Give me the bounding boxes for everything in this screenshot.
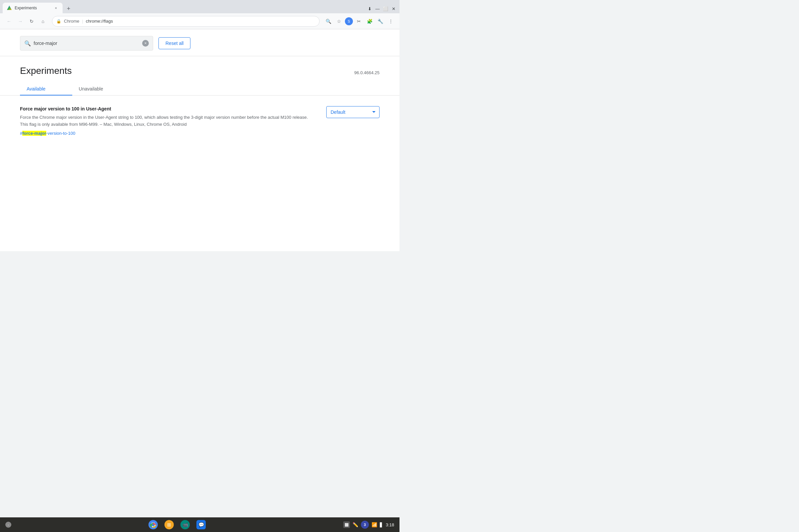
flag-control: Default Enabled Disabled bbox=[326, 106, 379, 118]
tab-close-button[interactable]: × bbox=[53, 5, 59, 11]
minimize-button[interactable]: — bbox=[374, 5, 381, 12]
profile-button[interactable]: S bbox=[345, 17, 353, 25]
search-area: 🔍 × Reset all bbox=[0, 29, 400, 56]
refresh-button[interactable]: ↻ bbox=[26, 16, 37, 26]
active-tab[interactable]: Experiments × bbox=[3, 3, 62, 13]
window-controls: ⬇ — ⬜ ✕ bbox=[366, 5, 397, 13]
flag-link[interactable]: #force-major-version-to-100 bbox=[20, 131, 75, 136]
search-clear-button[interactable]: × bbox=[142, 40, 149, 46]
scissors-icon: ✂ bbox=[354, 17, 364, 26]
address-favicon: 🔒 bbox=[56, 19, 61, 24]
back-button[interactable]: ← bbox=[4, 16, 14, 26]
puzzle-icon[interactable]: 🧩 bbox=[365, 17, 374, 26]
download-icon: ⬇ bbox=[366, 5, 373, 12]
version-number: 96.0.4664.25 bbox=[354, 65, 379, 75]
toolbar-icons: 🔍 ☆ S ✂ 🧩 🔧 ⋮ bbox=[323, 17, 395, 26]
tab-available[interactable]: Available bbox=[20, 83, 72, 95]
extension-icon[interactable]: 🔧 bbox=[375, 17, 385, 26]
search-input[interactable] bbox=[34, 41, 140, 46]
flag-select-dropdown[interactable]: Default Enabled Disabled bbox=[326, 106, 379, 118]
address-scheme: Chrome bbox=[64, 19, 79, 24]
tab-unavailable[interactable]: Unavailable bbox=[72, 83, 130, 95]
flag-link-suffix: -version-to-100 bbox=[46, 131, 75, 136]
browser-toolbar: ← → ↻ ⌂ 🔒 Chrome | chrome://flags 🔍 ☆ S … bbox=[0, 13, 400, 29]
flag-name: Force major version to 100 in User-Agent bbox=[20, 106, 313, 112]
flag-description: Force the Chrome major version in the Us… bbox=[20, 114, 313, 128]
flag-text: Force major version to 100 in User-Agent… bbox=[20, 106, 313, 136]
page-content: 🔍 × Reset all Experiments 96.0.4664.25 A… bbox=[0, 29, 400, 251]
flags-section: Force major version to 100 in User-Agent… bbox=[0, 95, 400, 146]
tabs-bar: Available Unavailable bbox=[0, 83, 400, 95]
close-button[interactable]: ✕ bbox=[390, 5, 397, 12]
page-title: Experiments bbox=[20, 65, 72, 76]
home-button[interactable]: ⌂ bbox=[38, 16, 48, 26]
tab-favicon bbox=[7, 5, 12, 11]
search-box: 🔍 × bbox=[20, 36, 153, 51]
title-bar: Experiments × + ⬇ — ⬜ ✕ bbox=[0, 0, 400, 13]
address-bar[interactable]: 🔒 Chrome | chrome://flags bbox=[52, 16, 320, 26]
flag-entry: Force major version to 100 in User-Agent… bbox=[20, 103, 379, 138]
experiments-header: Experiments 96.0.4664.25 bbox=[0, 56, 400, 76]
tab-title: Experiments bbox=[15, 6, 51, 10]
reset-all-button[interactable]: Reset all bbox=[159, 37, 190, 49]
bookmark-button[interactable]: ☆ bbox=[334, 17, 343, 26]
new-tab-button[interactable]: + bbox=[64, 4, 73, 13]
search-button[interactable]: 🔍 bbox=[323, 17, 333, 26]
flag-link-highlight: force-major bbox=[22, 131, 46, 136]
menu-button[interactable]: ⋮ bbox=[386, 17, 395, 26]
search-icon: 🔍 bbox=[24, 40, 31, 46]
forward-button[interactable]: → bbox=[15, 16, 25, 26]
maximize-button[interactable]: ⬜ bbox=[382, 5, 389, 12]
address-separator: | bbox=[82, 19, 83, 24]
svg-marker-1 bbox=[7, 6, 12, 10]
address-url: chrome://flags bbox=[86, 19, 113, 24]
